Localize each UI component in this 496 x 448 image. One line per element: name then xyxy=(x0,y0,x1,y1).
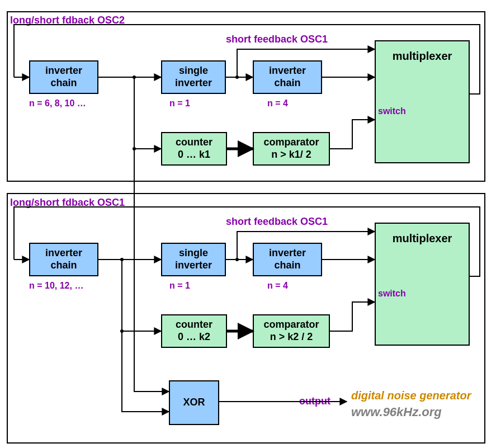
note-single-inv-top: n = 1 xyxy=(169,98,190,109)
block-label: 0 … k1 xyxy=(178,149,210,161)
block-label: XOR xyxy=(183,397,205,409)
brand-url: www.96kHz.org xyxy=(351,405,442,419)
switch-label-bot: switch xyxy=(378,289,406,299)
block-label: chain xyxy=(50,260,77,272)
multiplexer-bot: multiplexer xyxy=(375,223,470,346)
block-label: 0 … k2 xyxy=(178,331,210,343)
counter-bot: counter 0 … k2 xyxy=(161,314,227,348)
inverter-chain2-top: inverter chain xyxy=(253,60,322,94)
block-label: multiplexer xyxy=(393,232,452,245)
block-label: comparator xyxy=(263,319,319,331)
block-label: n > k2 / 2 xyxy=(270,331,313,343)
note-inv-chain-top: n = 6, 8, 10 … xyxy=(29,98,86,109)
title-osc2: long/short fdback OSC2 xyxy=(10,15,125,26)
block-label: comparator xyxy=(263,136,319,149)
block-label: inverter xyxy=(45,65,82,77)
note-single-inv-bot: n = 1 xyxy=(169,281,190,291)
block-label: n > k1/ 2 xyxy=(271,149,311,161)
block-label: chain xyxy=(50,77,77,89)
inverter-chain-bot: inverter chain xyxy=(29,243,98,276)
single-inverter-top: single inverter xyxy=(161,60,226,94)
comparator-top: comparator n > k1/ 2 xyxy=(253,132,330,166)
block-label: inverter xyxy=(175,77,212,89)
block-label: inverter xyxy=(45,247,82,260)
note-inv-chain-bot: n = 10, 12, … xyxy=(29,281,83,291)
block-label: inverter xyxy=(269,247,306,260)
brand-tagline: digital noise generator xyxy=(351,389,471,402)
short-feedback-bot-label: short feedback OSC1 xyxy=(226,216,328,228)
block-label: single xyxy=(179,247,208,260)
multiplexer-top: multiplexer xyxy=(375,40,470,163)
title-osc1: long/short fdback OSC1 xyxy=(10,197,125,209)
single-inverter-bot: single inverter xyxy=(161,243,226,276)
note-inv-chain2-top: n = 4 xyxy=(267,98,288,109)
output-label: output xyxy=(299,395,330,407)
xor-block: XOR xyxy=(169,380,219,425)
diagram-canvas: long/short fdback OSC2 short feedback OS… xyxy=(0,0,496,448)
block-label: multiplexer xyxy=(393,49,452,63)
short-feedback-top-label: short feedback OSC1 xyxy=(226,34,328,45)
inverter-chain-top: inverter chain xyxy=(29,60,98,94)
inverter-chain2-bot: inverter chain xyxy=(253,243,322,276)
block-label: chain xyxy=(274,77,300,89)
block-label: inverter xyxy=(175,260,212,272)
block-label: single xyxy=(179,65,208,77)
comparator-bot: comparator n > k2 / 2 xyxy=(253,314,330,348)
block-label: counter xyxy=(176,136,212,149)
block-label: inverter xyxy=(269,65,306,77)
counter-top: counter 0 … k1 xyxy=(161,132,227,166)
switch-label-top: switch xyxy=(378,106,406,116)
block-label: chain xyxy=(274,260,300,272)
note-inv-chain2-bot: n = 4 xyxy=(267,281,288,291)
block-label: counter xyxy=(176,319,212,331)
